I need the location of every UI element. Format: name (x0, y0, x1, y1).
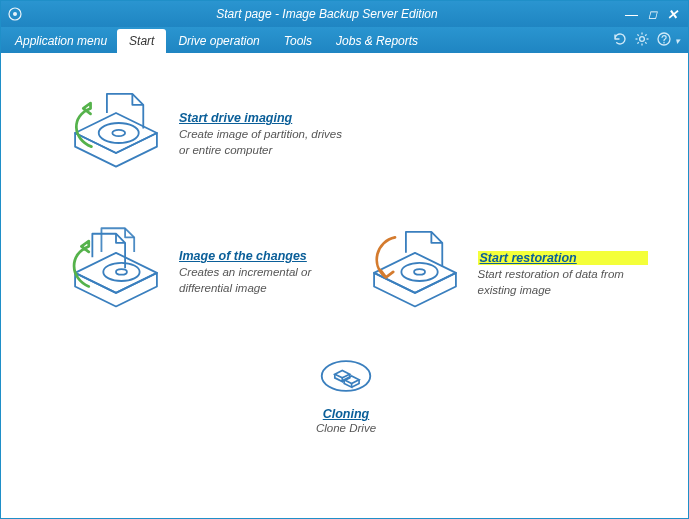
tile-desc: Creates an incremental or differential i… (179, 265, 350, 296)
svg-line-9 (645, 34, 646, 35)
incremental-image-icon (61, 221, 171, 325)
titlebar: Start page - Image Backup Server Edition… (1, 1, 688, 27)
tab-start[interactable]: Start (117, 29, 166, 53)
svg-point-1 (13, 12, 17, 16)
tile-title[interactable]: Start restoration (478, 251, 649, 265)
start-page: Start drive imaging Create image of part… (1, 53, 688, 518)
tabs: Start Drive operation Tools Jobs & Repor… (117, 27, 430, 53)
application-menu[interactable]: Application menu (5, 30, 117, 53)
tile-start-restoration[interactable]: Start restoration Start restoration of d… (360, 221, 649, 325)
maximize-button[interactable]: ◻ (648, 8, 657, 21)
window-title: Start page - Image Backup Server Edition (29, 7, 625, 21)
svg-point-18 (414, 269, 425, 274)
tile-start-drive-imaging[interactable]: Start drive imaging Create image of part… (61, 83, 361, 187)
tile-title[interactable]: Cloning (323, 407, 370, 421)
svg-point-13 (99, 123, 139, 143)
svg-point-14 (112, 130, 125, 136)
toolbar-right: ▾ (612, 31, 680, 50)
tile-cloning[interactable]: Cloning Clone Drive (261, 351, 431, 434)
close-button[interactable]: ✕ (667, 7, 678, 22)
svg-point-15 (103, 263, 139, 281)
restore-icon (360, 221, 470, 325)
cloning-icon (318, 351, 374, 401)
svg-line-8 (645, 42, 646, 43)
app-icon (7, 6, 23, 22)
minimize-button[interactable]: — (625, 7, 638, 22)
drive-imaging-icon (61, 83, 171, 187)
svg-line-10 (637, 42, 638, 43)
tab-tools[interactable]: Tools (272, 29, 324, 53)
gear-icon[interactable] (634, 31, 650, 50)
tile-title[interactable]: Start drive imaging (179, 111, 354, 125)
menubar: Application menu Start Drive operation T… (1, 27, 688, 53)
help-icon[interactable] (656, 31, 672, 50)
tab-drive-operation[interactable]: Drive operation (166, 29, 271, 53)
tile-desc: Create image of partition, drives or ent… (179, 127, 354, 158)
refresh-icon[interactable] (612, 31, 628, 50)
svg-line-7 (637, 34, 638, 35)
svg-point-17 (401, 263, 437, 281)
svg-point-16 (116, 269, 127, 274)
dropdown-chevron-icon[interactable]: ▾ (675, 36, 680, 46)
tile-image-of-changes[interactable]: Image of the changes Creates an incremen… (61, 221, 350, 325)
window-controls: — ◻ ✕ (625, 7, 682, 22)
tab-jobs-reports[interactable]: Jobs & Reports (324, 29, 430, 53)
svg-point-2 (640, 37, 645, 42)
svg-point-12 (663, 42, 665, 44)
tile-desc: Clone Drive (316, 422, 376, 434)
tile-title[interactable]: Image of the changes (179, 249, 350, 263)
tile-desc: Start restoration of data from existing … (478, 267, 649, 298)
